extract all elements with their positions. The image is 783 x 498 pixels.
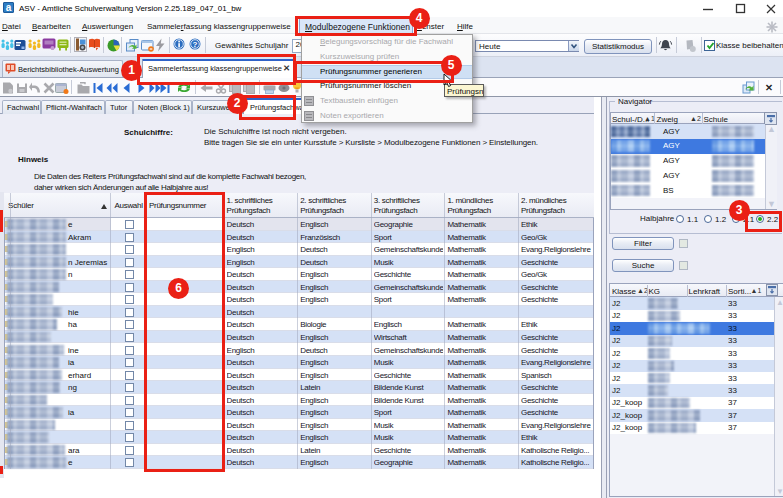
svg-text:?: ? bbox=[193, 40, 198, 49]
